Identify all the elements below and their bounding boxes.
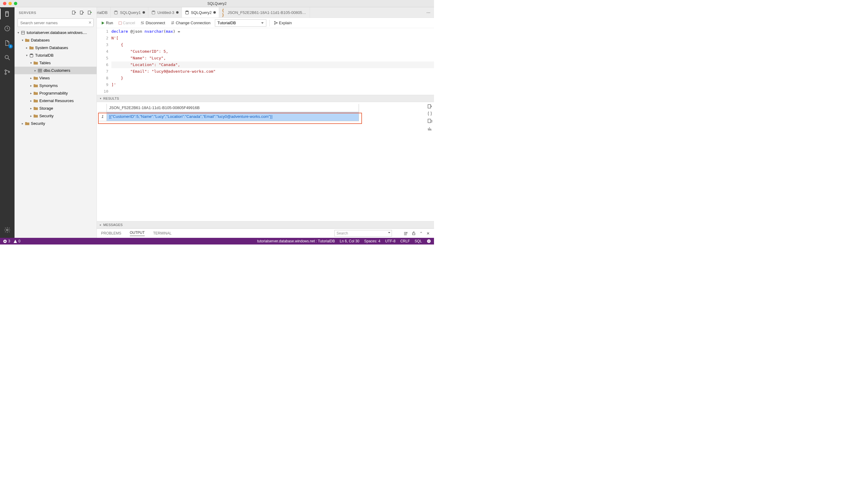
chevron-right-icon: ▸ [29, 76, 33, 80]
tree-tables[interactable]: ▾ Tables [14, 59, 97, 67]
chevron-right-icon: ▸ [29, 84, 33, 87]
messages-title: MESSAGES [103, 223, 123, 227]
folder-icon [33, 83, 38, 88]
explain-button[interactable]: Explain [273, 20, 293, 26]
search-input[interactable] [18, 19, 94, 27]
lock-scroll-icon[interactable] [412, 231, 416, 236]
column-header[interactable]: JSON_F52E2B61-18A1-11d1-B105-00805F49916… [106, 104, 359, 112]
tab-sqlquery2[interactable]: SQLQuery2 [182, 7, 219, 18]
chart-icon[interactable] [427, 126, 432, 131]
code-editor[interactable]: 1 2 3 4 5 6 7 8 9 10 declare @json nvarc… [97, 28, 434, 95]
tree-programmability[interactable]: ▸ Programmability [14, 89, 97, 97]
code-line-current: "Location": "Canada", [112, 61, 434, 68]
code-token: declare [112, 29, 128, 34]
grid-data-row[interactable]: 1 [{"CustomerID":5,"Name":"Lucy","Locati… [99, 112, 359, 121]
chevron-right-icon: ▸ [29, 91, 33, 95]
panel-header: SERVERS [14, 7, 97, 18]
svg-point-3 [5, 55, 8, 59]
settings-activity-icon[interactable] [3, 226, 11, 234]
tab-sqlquery1[interactable]: SQLQuery1 [111, 7, 148, 18]
messages-header[interactable]: ▸ MESSAGES [97, 221, 434, 228]
dirty-indicator-icon [213, 11, 216, 13]
tree-label: TutorialDB [35, 53, 54, 58]
status-warnings[interactable]: 0 [13, 239, 21, 243]
tree-databases[interactable]: ▾ Databases [14, 36, 97, 44]
save-csv-icon[interactable] [427, 104, 432, 109]
tree-external-resources[interactable]: ▸ External Resources [14, 97, 97, 105]
database-icon [29, 53, 34, 58]
svg-rect-15 [38, 69, 42, 72]
tree-label: Synonyms [39, 83, 58, 88]
history-activity-icon[interactable] [3, 24, 11, 33]
clear-output-icon[interactable] [403, 231, 408, 236]
save-excel-icon[interactable] [427, 118, 432, 123]
output-tab[interactable]: OUTPUT [130, 231, 145, 236]
svg-rect-9 [72, 11, 75, 14]
tree-views[interactable]: ▸ Views [14, 74, 97, 82]
tab-untitled-3[interactable]: Untitled-3 [148, 7, 182, 18]
tree-system-databases[interactable]: ▸ System Databases [14, 44, 97, 52]
change-connection-button[interactable]: Change Connection [169, 20, 212, 26]
save-json-icon[interactable] [427, 111, 432, 116]
chevron-right-icon: ▸ [29, 107, 33, 110]
panel-title: SERVERS [19, 11, 36, 15]
code-token: ( [163, 29, 166, 34]
svg-point-22 [186, 10, 189, 12]
status-cursor[interactable]: Ln 6, Col 30 [340, 239, 360, 243]
terminal-tab[interactable]: TERMINAL [153, 231, 172, 235]
close-panel-icon[interactable]: ✕ [427, 231, 430, 236]
cancel-button[interactable]: Cancel [117, 20, 136, 26]
status-eol[interactable]: CRLF [400, 239, 410, 243]
tree-label: Security [39, 114, 54, 118]
tree-security-server[interactable]: ▸ Security [14, 120, 97, 127]
disconnect-button[interactable]: Disconnect [139, 20, 166, 26]
run-button[interactable]: Run [100, 20, 115, 26]
collapse-panel-icon[interactable]: ⌃ [420, 231, 423, 236]
dirty-indicator-icon [176, 11, 179, 13]
database-icon [151, 10, 156, 15]
status-errors[interactable]: 3 [3, 239, 10, 243]
status-encoding[interactable]: UTF-8 [385, 239, 396, 243]
grid-cell[interactable]: [{"CustomerID":5,"Name":"Lucy","Location… [106, 112, 359, 121]
tree-tutorialdb[interactable]: ▾ TutorialDB [14, 52, 97, 59]
problems-tab[interactable]: PROBLEMS [101, 231, 121, 235]
status-connection[interactable]: tutorialserver.database.windows.net : Tu… [257, 239, 335, 243]
panel-search[interactable]: Search [334, 230, 392, 237]
tree-security-db[interactable]: ▸ Security [14, 112, 97, 120]
tab-partial[interactable]: rialDB [97, 7, 111, 18]
tree-table-dbo-customers[interactable]: ▸ dbo.Customers [14, 67, 97, 74]
line-num: 8 [97, 75, 108, 82]
explorer-activity-icon[interactable]: 3 [3, 39, 11, 47]
chevron-right-icon: ▸ [29, 114, 33, 118]
source-control-activity-icon[interactable] [3, 68, 11, 76]
row-number: 1 [99, 112, 106, 121]
status-spaces[interactable]: Spaces: 4 [364, 239, 380, 243]
clear-search-icon[interactable]: ✕ [88, 20, 92, 25]
new-connection-icon[interactable] [72, 10, 76, 15]
line-num: 1 [97, 28, 108, 35]
new-query-icon[interactable] [88, 10, 92, 15]
new-group-icon[interactable] [80, 10, 85, 15]
feedback-icon[interactable] [427, 239, 431, 243]
database-selector[interactable]: TutorialDB [215, 19, 266, 27]
tree-server[interactable]: ▾ tutorialserver.database.windows.... [14, 29, 97, 36]
database-icon [185, 10, 189, 15]
svg-rect-0 [6, 11, 8, 17]
status-language[interactable]: SQL [415, 239, 422, 243]
code-line: "Name": "Lucy", [112, 55, 434, 61]
tree-synonyms[interactable]: ▸ Synonyms [14, 82, 97, 89]
results-header[interactable]: ▾ RESULTS [97, 95, 434, 102]
results-body: JSON_F52E2B61-18A1-11d1-B105-00805F49916… [97, 102, 434, 221]
line-gutter: 1 2 3 4 5 6 7 8 9 10 [97, 28, 112, 95]
search-activity-icon[interactable] [3, 53, 11, 62]
code-line: "CustomerID": 5, [112, 48, 434, 55]
tab-json-result[interactable]: { } JSON_F52E2B61-18A1-11d1-B105-00805F4… [219, 7, 310, 18]
tree-storage[interactable]: ▸ Storage [14, 105, 97, 112]
tab-label: SQLQuery1 [120, 10, 141, 15]
folder-icon [29, 46, 34, 50]
tab-label: SQLQuery2 [191, 10, 212, 15]
svg-point-25 [276, 22, 277, 23]
line-num: 10 [97, 88, 108, 95]
servers-activity-icon[interactable] [3, 10, 11, 18]
tabs-overflow-icon[interactable]: ⋯ [423, 7, 434, 18]
